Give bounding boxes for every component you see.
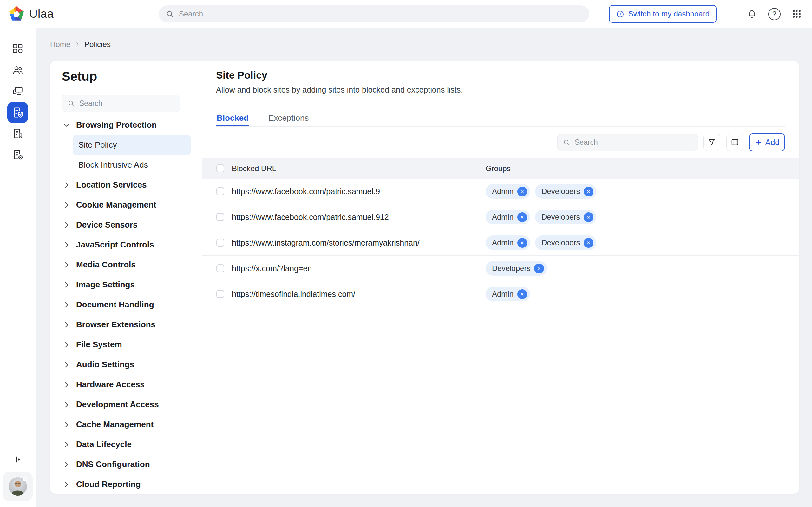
user-avatar[interactable] [3,471,33,501]
plus-icon [755,138,762,146]
tree-category-label: Cloud Reporting [76,480,141,489]
tree-category-image-settings[interactable]: Image Settings [50,275,202,295]
tree-category-development-access[interactable]: Development Access [50,395,202,414]
tree-category-label: Cache Management [76,419,154,429]
remove-group-icon[interactable] [583,238,594,248]
group-chip-label: Admin [492,213,513,222]
tree-category-javascript-controls[interactable]: JavaScript Controls [50,235,202,255]
blocked-url-cell: https://timesofindia.indiatimes.com/ [232,281,355,307]
tree-category-label: JavaScript Controls [76,240,154,250]
setup-search[interactable] [62,95,180,112]
row-checkbox[interactable] [216,290,224,298]
apps-grid-icon[interactable] [790,7,804,21]
tree-category-label: Document Handling [76,300,154,309]
tree-category-media-controls[interactable]: Media Controls [50,255,202,275]
devices-icon[interactable] [10,83,26,99]
chevron-right-icon [62,360,71,369]
tree-category-label: Data Lifecycle [76,440,132,449]
remove-group-icon[interactable] [534,264,544,274]
user-groups-icon[interactable] [10,62,26,78]
filter-button[interactable] [703,134,720,151]
chevron-right-icon [62,301,71,309]
remove-group-icon[interactable] [583,187,594,196]
group-chip-label: Admin [492,238,513,247]
row-checkbox[interactable] [216,213,224,221]
tree-category-file-system[interactable]: File System [50,335,202,354]
tree-category-cloud-reporting[interactable]: Cloud Reporting [50,474,202,494]
remove-group-icon[interactable] [517,187,527,196]
tree-category-cache-management[interactable]: Cache Management [50,414,202,435]
tree-category-label: Development Access [76,400,159,409]
tree-category-dns-configuration[interactable]: DNS Configuration [50,454,202,474]
dashboard-grid-icon[interactable] [10,41,26,56]
switch-dashboard-button[interactable]: Switch to my dashboard [609,5,716,23]
row-checkbox[interactable] [216,187,224,195]
tree-category-label: Audio Settings [76,360,134,370]
tree-category-hardware-access[interactable]: Hardware Access [50,375,202,395]
chevron-right-icon [62,481,71,489]
tree-item-block-intrusive-ads[interactable]: Block Intrusive Ads [50,155,202,175]
chevron-right-icon [62,221,71,229]
global-search-input[interactable] [178,9,586,19]
chevron-right-icon [62,420,71,429]
remove-group-icon[interactable] [517,238,527,248]
group-chip-label: Developers [542,187,580,196]
search-icon [67,100,75,107]
tab-exceptions[interactable]: Exceptions [268,109,309,126]
remove-group-icon[interactable] [517,212,527,222]
table-row: https://www.instagram.com/stories/meramy… [202,230,799,256]
chevron-right-icon [62,181,71,189]
doc-bookmark-icon[interactable] [10,126,26,141]
tree-category-browsing-protection[interactable]: Browsing Protection [50,115,202,135]
select-all-checkbox[interactable] [216,164,224,172]
notifications-bell-icon[interactable] [745,7,759,21]
tree-item-site-policy[interactable]: Site Policy [72,135,191,155]
columns-button[interactable] [726,134,744,151]
chevron-right-icon [62,261,71,269]
chevron-down-icon [62,121,71,129]
setup-search-input[interactable] [79,99,174,108]
tab-blocked[interactable]: Blocked [216,109,249,126]
tree-category-data-lifecycle[interactable]: Data Lifecycle [50,435,202,454]
tree-category-browser-extensions[interactable]: Browser Extensions [50,315,202,335]
tree-category-label: Media Controls [76,260,136,270]
add-button[interactable]: Add [749,133,785,151]
group-chip-label: Admin [492,187,513,196]
doc-badge-icon[interactable] [10,147,26,162]
chevron-right-icon [62,381,71,389]
global-search[interactable] [159,5,589,22]
groups-cell: Admin [486,281,530,307]
policies-icon-active[interactable] [7,102,28,123]
gauge-icon [616,10,624,18]
row-checkbox[interactable] [216,239,224,246]
blocked-url-cell: https://www.instagram.com/stories/meramy… [232,230,420,256]
chevron-right-icon [62,460,71,469]
tree-category-label: Image Settings [76,280,135,290]
tree-category-device-sensors[interactable]: Device Sensors [50,215,202,235]
row-checkbox[interactable] [216,264,224,272]
topbar-actions: Switch to my dashboard ? [609,0,804,28]
tree-item-label: Site Policy [78,140,117,150]
expand-sidebar-icon[interactable] [10,452,26,467]
group-chip-label: Admin [492,290,513,298]
tree-category-document-handling[interactable]: Document Handling [50,295,202,315]
breadcrumb-home[interactable]: Home [50,40,70,49]
content-card: Setup Browsing ProtectionSite PolicyBloc… [49,61,799,494]
group-chip-admin: Admin [486,184,530,199]
table-search-input[interactable] [574,138,693,147]
tree-category-label: Browsing Protection [76,120,157,130]
table-row: https://www.facebook.com/patric.samuel.9… [202,179,799,205]
tree-category-label: Device Sensors [76,220,138,230]
help-icon[interactable]: ? [767,7,781,21]
online-status-dot [23,477,27,481]
tree-category-audio-settings[interactable]: Audio Settings [50,354,202,375]
remove-group-icon[interactable] [583,212,594,222]
table-search[interactable] [557,134,698,151]
search-icon [165,10,174,18]
tree-category-cookie-management[interactable]: Cookie Management [50,195,202,215]
blocked-url-cell: https://www.facebook.com/patric.samuel.9… [232,205,389,230]
blocked-url-cell: https://www.facebook.com/patric.samuel.9 [232,179,380,204]
tree-category-location-services[interactable]: Location Services [50,175,202,195]
remove-group-icon[interactable] [517,289,527,299]
search-icon [563,138,570,146]
